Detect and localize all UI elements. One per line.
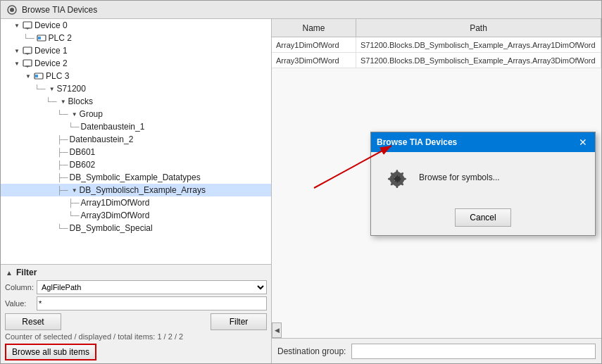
tree-item-plc2[interactable]: └─ PLC 2 (1, 32, 271, 44)
cell-name-0: Array1DimOfWord (272, 37, 356, 52)
reset-button[interactable]: Reset (5, 313, 61, 330)
tree-item-db-datatypes[interactable]: ├─ DB_Symbolic_Example_Datatypes (1, 171, 271, 184)
dialog-title-bar: Browse TIA Devices ✕ (371, 132, 595, 152)
filter-value-row: Value: (5, 296, 267, 310)
column-label: Column: (5, 283, 37, 291)
tree-item-group[interactable]: └─ Group (1, 108, 271, 120)
expand-device2[interactable] (12, 58, 22, 68)
tree-item-device0[interactable]: Device 0 (1, 19, 271, 32)
destination-label: Destination group: (277, 346, 346, 356)
plc2-label: PLC 2 (49, 33, 72, 43)
dialog-message: Browse for symbols... (419, 172, 500, 182)
tree-item-plc3[interactable]: PLC 3 (1, 70, 271, 82)
expand-plc3[interactable] (23, 71, 33, 81)
dialog-cancel-button[interactable]: Cancel (455, 208, 511, 227)
db-special-label: DB_Symbolic_Special (70, 223, 153, 233)
destination-input[interactable] (351, 344, 596, 359)
tree-item-db601[interactable]: ├─ DB601 (1, 146, 271, 158)
device1-icon (22, 45, 33, 56)
tree-item-blocks[interactable]: └─ Blocks (1, 95, 271, 108)
db2-label: Datenbaustein_2 (70, 134, 134, 144)
browse-all-button[interactable]: Browse all sub items (5, 344, 96, 360)
cell-path-0: S71200.Blocks.DB_Symbolisch_Example_Arra… (356, 37, 601, 52)
tree-item-db-special[interactable]: └─ DB_Symbolic_Special (1, 222, 271, 234)
plc3-label: PLC 3 (46, 71, 69, 81)
main-window: Browse TIA Devices Device 0 (0, 0, 602, 364)
array1dim-label: Array1DimOfWord (81, 198, 150, 208)
tree-item-device1[interactable]: Device 1 (1, 44, 271, 57)
device1-label: Device 1 (35, 46, 68, 56)
tree-item-array1dim[interactable]: ├─ Array1DimOfWord (1, 196, 271, 209)
device2-icon (22, 58, 33, 69)
tree-item-s71200[interactable]: └─ S71200 (1, 82, 271, 95)
filter-buttons: Reset Filter (5, 313, 267, 330)
cell-path-1: S71200.Blocks.DB_Symbolisch_Example_Arra… (356, 53, 601, 68)
table-header: Name Path (272, 19, 601, 37)
value-input[interactable] (37, 296, 267, 310)
db602-label: DB602 (70, 160, 96, 170)
window-icon (6, 4, 18, 15)
left-panel: Device 0 └─ PLC 2 (1, 19, 272, 363)
column-select[interactable]: AglFilePath (37, 280, 267, 294)
counter-text: Counter of selected / displayed / total … (5, 332, 267, 341)
array3dim-label: Array3DimOfWord (81, 211, 150, 220)
col-header-name: Name (272, 19, 356, 37)
svg-rect-8 (23, 47, 32, 54)
db-datatypes-label: DB_Symbolic_Example_Datatypes (70, 172, 201, 182)
tree-item-db1[interactable]: └─ Datenbaustein_1 (1, 120, 271, 133)
db601-label: DB601 (70, 147, 96, 157)
device0-label: Device 0 (35, 20, 68, 30)
tree-item-db2[interactable]: ├─ Datenbaustein_2 (1, 133, 271, 146)
expand-db-arrays[interactable] (70, 185, 80, 195)
dialog-body: Browse for symbols... (371, 152, 595, 203)
expand-s71200[interactable] (47, 84, 57, 94)
dialog-footer: Cancel (371, 203, 595, 235)
s71200-label: S71200 (57, 84, 86, 94)
plc3-icon (33, 70, 44, 82)
filter-toggle[interactable]: ▲ (5, 268, 13, 277)
scroll-left-button[interactable]: ◀ (272, 322, 282, 338)
table-row[interactable]: Array3DimOfWord S71200.Blocks.DB_Symboli… (272, 53, 601, 68)
svg-rect-2 (23, 22, 32, 28)
expand-device1[interactable] (12, 46, 22, 56)
tree-area: Device 0 └─ PLC 2 (1, 19, 271, 264)
cell-name-1: Array3DimOfWord (272, 53, 356, 68)
right-bottom: Destination group: (272, 338, 601, 363)
blocks-label: Blocks (68, 96, 93, 106)
filter-header: ▲ Filter (5, 268, 267, 277)
db1-label: Datenbaustein_1 (81, 122, 145, 132)
group-label: Group (80, 109, 103, 119)
value-label: Value: (5, 299, 37, 308)
filter-section: ▲ Filter Column: AglFilePath Value: Rese… (1, 264, 271, 363)
filter-button[interactable]: Filter (211, 313, 267, 330)
svg-point-1 (10, 8, 14, 12)
content-area: Device 0 └─ PLC 2 (1, 19, 601, 363)
tree-item-db-arrays[interactable]: ├─ DB_Symbolisch_Example_Arrays (1, 184, 271, 196)
right-panel: Name Path Array1DimOfWord S71200.Blocks.… (272, 19, 601, 363)
window-title: Browse TIA Devices (22, 5, 97, 15)
expand-group[interactable] (70, 109, 80, 119)
device0-icon (22, 20, 33, 31)
gear-icon (382, 163, 410, 192)
title-bar: Browse TIA Devices (1, 1, 601, 19)
filter-column-row: Column: AglFilePath (5, 280, 267, 294)
db-arrays-label: DB_Symbolisch_Example_Arrays (80, 185, 206, 195)
tree-scroll[interactable]: Device 0 └─ PLC 2 (1, 19, 271, 264)
svg-rect-11 (23, 60, 32, 66)
dialog-title: Browse TIA Devices (377, 137, 457, 147)
expand-device0[interactable] (12, 20, 22, 30)
browse-dialog: Browse TIA Devices ✕ (370, 132, 596, 236)
plc2-icon (36, 32, 47, 44)
device2-label: Device 2 (35, 58, 68, 68)
filter-title: Filter (16, 268, 37, 277)
col-header-path: Path (356, 19, 601, 37)
tree-item-device2[interactable]: Device 2 (1, 57, 271, 70)
expand-blocks[interactable] (58, 96, 68, 106)
tree-item-array3dim[interactable]: └─ Array3DimOfWord (1, 209, 271, 222)
dialog-close-button[interactable]: ✕ (577, 136, 589, 149)
table-row[interactable]: Array1DimOfWord S71200.Blocks.DB_Symboli… (272, 37, 601, 53)
tree-item-db602[interactable]: ├─ DB602 (1, 158, 271, 171)
